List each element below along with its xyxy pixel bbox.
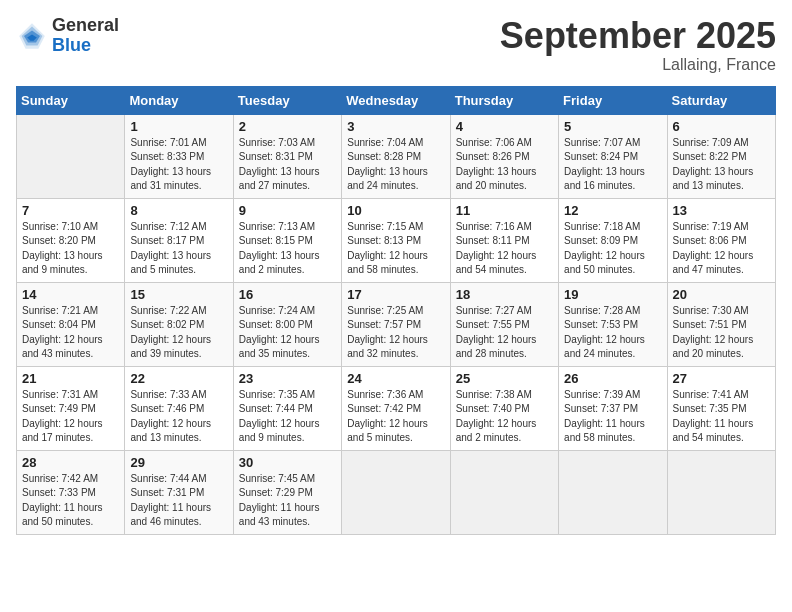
day-number: 26: [564, 371, 661, 386]
calendar-cell: 7Sunrise: 7:10 AMSunset: 8:20 PMDaylight…: [17, 198, 125, 282]
calendar-cell: 11Sunrise: 7:16 AMSunset: 8:11 PMDayligh…: [450, 198, 558, 282]
calendar-cell: 22Sunrise: 7:33 AMSunset: 7:46 PMDayligh…: [125, 366, 233, 450]
day-number: 11: [456, 203, 553, 218]
day-number: 12: [564, 203, 661, 218]
day-info: Sunrise: 7:01 AMSunset: 8:33 PMDaylight:…: [130, 136, 227, 194]
location: Lallaing, France: [500, 56, 776, 74]
day-info: Sunrise: 7:31 AMSunset: 7:49 PMDaylight:…: [22, 388, 119, 446]
logo: General Blue: [16, 16, 119, 56]
calendar-cell: [342, 450, 450, 534]
day-number: 17: [347, 287, 444, 302]
day-info: Sunrise: 7:06 AMSunset: 8:26 PMDaylight:…: [456, 136, 553, 194]
day-number: 23: [239, 371, 336, 386]
calendar-week-row: 1Sunrise: 7:01 AMSunset: 8:33 PMDaylight…: [17, 114, 776, 198]
calendar-cell: [450, 450, 558, 534]
col-tuesday: Tuesday: [233, 86, 341, 114]
calendar-cell: 27Sunrise: 7:41 AMSunset: 7:35 PMDayligh…: [667, 366, 775, 450]
calendar-cell: 20Sunrise: 7:30 AMSunset: 7:51 PMDayligh…: [667, 282, 775, 366]
calendar-cell: 16Sunrise: 7:24 AMSunset: 8:00 PMDayligh…: [233, 282, 341, 366]
day-info: Sunrise: 7:10 AMSunset: 8:20 PMDaylight:…: [22, 220, 119, 278]
day-info: Sunrise: 7:21 AMSunset: 8:04 PMDaylight:…: [22, 304, 119, 362]
calendar-cell: 12Sunrise: 7:18 AMSunset: 8:09 PMDayligh…: [559, 198, 667, 282]
calendar-week-row: 14Sunrise: 7:21 AMSunset: 8:04 PMDayligh…: [17, 282, 776, 366]
logo-icon: [16, 20, 48, 52]
col-friday: Friday: [559, 86, 667, 114]
month-title: September 2025: [500, 16, 776, 56]
logo-blue-text: Blue: [52, 36, 119, 56]
calendar-cell: 9Sunrise: 7:13 AMSunset: 8:15 PMDaylight…: [233, 198, 341, 282]
calendar-table: Sunday Monday Tuesday Wednesday Thursday…: [16, 86, 776, 535]
calendar-cell: [17, 114, 125, 198]
day-number: 24: [347, 371, 444, 386]
calendar-cell: 4Sunrise: 7:06 AMSunset: 8:26 PMDaylight…: [450, 114, 558, 198]
day-info: Sunrise: 7:03 AMSunset: 8:31 PMDaylight:…: [239, 136, 336, 194]
day-number: 3: [347, 119, 444, 134]
calendar-cell: 10Sunrise: 7:15 AMSunset: 8:13 PMDayligh…: [342, 198, 450, 282]
day-info: Sunrise: 7:16 AMSunset: 8:11 PMDaylight:…: [456, 220, 553, 278]
day-number: 7: [22, 203, 119, 218]
calendar-cell: [667, 450, 775, 534]
day-number: 25: [456, 371, 553, 386]
day-info: Sunrise: 7:28 AMSunset: 7:53 PMDaylight:…: [564, 304, 661, 362]
day-number: 30: [239, 455, 336, 470]
day-number: 15: [130, 287, 227, 302]
calendar-cell: 8Sunrise: 7:12 AMSunset: 8:17 PMDaylight…: [125, 198, 233, 282]
day-info: Sunrise: 7:27 AMSunset: 7:55 PMDaylight:…: [456, 304, 553, 362]
day-info: Sunrise: 7:25 AMSunset: 7:57 PMDaylight:…: [347, 304, 444, 362]
day-number: 20: [673, 287, 770, 302]
calendar-cell: 1Sunrise: 7:01 AMSunset: 8:33 PMDaylight…: [125, 114, 233, 198]
calendar-cell: 25Sunrise: 7:38 AMSunset: 7:40 PMDayligh…: [450, 366, 558, 450]
day-info: Sunrise: 7:36 AMSunset: 7:42 PMDaylight:…: [347, 388, 444, 446]
day-info: Sunrise: 7:39 AMSunset: 7:37 PMDaylight:…: [564, 388, 661, 446]
day-number: 16: [239, 287, 336, 302]
day-info: Sunrise: 7:22 AMSunset: 8:02 PMDaylight:…: [130, 304, 227, 362]
calendar-cell: 15Sunrise: 7:22 AMSunset: 8:02 PMDayligh…: [125, 282, 233, 366]
calendar-cell: 3Sunrise: 7:04 AMSunset: 8:28 PMDaylight…: [342, 114, 450, 198]
calendar-cell: [559, 450, 667, 534]
day-number: 8: [130, 203, 227, 218]
calendar-cell: 24Sunrise: 7:36 AMSunset: 7:42 PMDayligh…: [342, 366, 450, 450]
col-sunday: Sunday: [17, 86, 125, 114]
col-thursday: Thursday: [450, 86, 558, 114]
day-info: Sunrise: 7:09 AMSunset: 8:22 PMDaylight:…: [673, 136, 770, 194]
col-monday: Monday: [125, 86, 233, 114]
day-info: Sunrise: 7:42 AMSunset: 7:33 PMDaylight:…: [22, 472, 119, 530]
page-header: General Blue September 2025 Lallaing, Fr…: [16, 16, 776, 74]
title-area: September 2025 Lallaing, France: [500, 16, 776, 74]
calendar-cell: 2Sunrise: 7:03 AMSunset: 8:31 PMDaylight…: [233, 114, 341, 198]
logo-general-text: General: [52, 16, 119, 36]
calendar-cell: 14Sunrise: 7:21 AMSunset: 8:04 PMDayligh…: [17, 282, 125, 366]
calendar-cell: 6Sunrise: 7:09 AMSunset: 8:22 PMDaylight…: [667, 114, 775, 198]
day-number: 10: [347, 203, 444, 218]
calendar-cell: 28Sunrise: 7:42 AMSunset: 7:33 PMDayligh…: [17, 450, 125, 534]
day-info: Sunrise: 7:35 AMSunset: 7:44 PMDaylight:…: [239, 388, 336, 446]
day-info: Sunrise: 7:13 AMSunset: 8:15 PMDaylight:…: [239, 220, 336, 278]
calendar-week-row: 21Sunrise: 7:31 AMSunset: 7:49 PMDayligh…: [17, 366, 776, 450]
calendar-cell: 30Sunrise: 7:45 AMSunset: 7:29 PMDayligh…: [233, 450, 341, 534]
day-info: Sunrise: 7:45 AMSunset: 7:29 PMDaylight:…: [239, 472, 336, 530]
day-number: 2: [239, 119, 336, 134]
calendar-header: Sunday Monday Tuesday Wednesday Thursday…: [17, 86, 776, 114]
day-info: Sunrise: 7:19 AMSunset: 8:06 PMDaylight:…: [673, 220, 770, 278]
day-info: Sunrise: 7:41 AMSunset: 7:35 PMDaylight:…: [673, 388, 770, 446]
calendar-cell: 17Sunrise: 7:25 AMSunset: 7:57 PMDayligh…: [342, 282, 450, 366]
calendar-body: 1Sunrise: 7:01 AMSunset: 8:33 PMDaylight…: [17, 114, 776, 534]
day-info: Sunrise: 7:30 AMSunset: 7:51 PMDaylight:…: [673, 304, 770, 362]
calendar-cell: 26Sunrise: 7:39 AMSunset: 7:37 PMDayligh…: [559, 366, 667, 450]
day-number: 22: [130, 371, 227, 386]
day-number: 29: [130, 455, 227, 470]
calendar-cell: 29Sunrise: 7:44 AMSunset: 7:31 PMDayligh…: [125, 450, 233, 534]
calendar-cell: 18Sunrise: 7:27 AMSunset: 7:55 PMDayligh…: [450, 282, 558, 366]
day-info: Sunrise: 7:15 AMSunset: 8:13 PMDaylight:…: [347, 220, 444, 278]
day-number: 6: [673, 119, 770, 134]
calendar-cell: 5Sunrise: 7:07 AMSunset: 8:24 PMDaylight…: [559, 114, 667, 198]
day-info: Sunrise: 7:12 AMSunset: 8:17 PMDaylight:…: [130, 220, 227, 278]
day-info: Sunrise: 7:44 AMSunset: 7:31 PMDaylight:…: [130, 472, 227, 530]
day-info: Sunrise: 7:38 AMSunset: 7:40 PMDaylight:…: [456, 388, 553, 446]
day-number: 1: [130, 119, 227, 134]
calendar-cell: 21Sunrise: 7:31 AMSunset: 7:49 PMDayligh…: [17, 366, 125, 450]
calendar-cell: 23Sunrise: 7:35 AMSunset: 7:44 PMDayligh…: [233, 366, 341, 450]
day-info: Sunrise: 7:18 AMSunset: 8:09 PMDaylight:…: [564, 220, 661, 278]
day-number: 18: [456, 287, 553, 302]
logo-text: General Blue: [52, 16, 119, 56]
